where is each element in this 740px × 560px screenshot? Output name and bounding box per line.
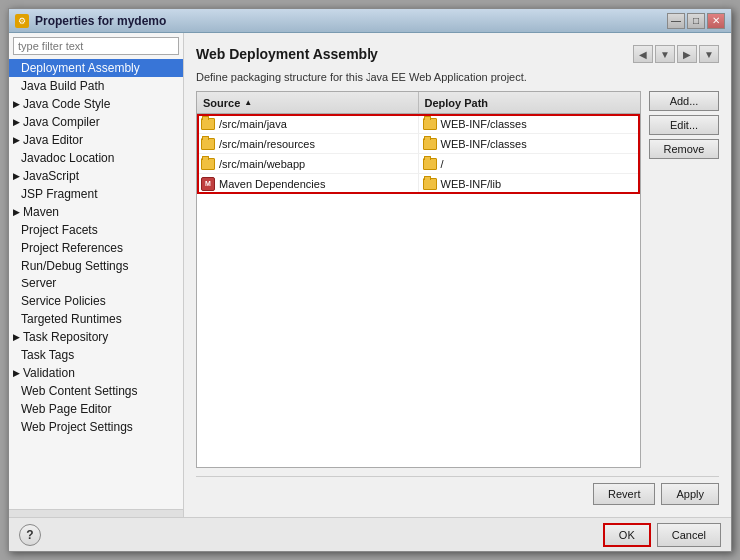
sidebar-item-task-repository[interactable]: ▶Task Repository — [9, 328, 183, 346]
window-controls: — □ ✕ — [667, 13, 725, 29]
close-button[interactable]: ✕ — [707, 13, 725, 29]
edit----button[interactable]: Edit... — [649, 115, 719, 135]
expand-arrow-icon: ▶ — [13, 368, 23, 378]
folder-icon — [201, 118, 215, 130]
table-section: Source ▲ Deploy Path /src/main/javaWEB-I… — [196, 91, 719, 468]
sidebar-item-rundebug-settings[interactable]: Run/Debug Settings — [9, 257, 183, 275]
footer: ? OK Cancel — [9, 517, 731, 551]
folder-icon — [423, 138, 437, 150]
expand-arrow-icon: ▶ — [13, 135, 23, 145]
sidebar-item-project-references[interactable]: Project References — [9, 239, 183, 257]
table-header: Source ▲ Deploy Path — [197, 92, 640, 114]
deploy-cell: / — [419, 154, 641, 173]
folder-icon — [423, 158, 437, 170]
deployment-table: Source ▲ Deploy Path /src/main/javaWEB-I… — [196, 91, 641, 468]
window-icon: ⚙ — [15, 14, 29, 28]
action-buttons: Add...Edit...Remove — [649, 91, 719, 468]
right-panel: Web Deployment Assembly ◀ ▼ ▶ ▼ Define p… — [184, 33, 731, 517]
title-bar: ⚙ Properties for mydemo — □ ✕ — [9, 9, 731, 33]
expand-arrow-icon: ▶ — [13, 171, 23, 181]
sidebar-scrollbar[interactable] — [9, 509, 183, 517]
properties-window: ⚙ Properties for mydemo — □ ✕ Deployment… — [8, 8, 732, 552]
deploy-cell: WEB-INF/classes — [419, 134, 641, 153]
maven-icon: M — [201, 177, 215, 191]
table-row[interactable]: /src/main/resourcesWEB-INF/classes — [197, 134, 640, 154]
sidebar-item-java-editor[interactable]: ▶Java Editor — [9, 131, 183, 149]
remove-button[interactable]: Remove — [649, 139, 719, 159]
nav-forward-button[interactable]: ▶ — [677, 45, 697, 63]
folder-icon — [423, 178, 437, 190]
nav-menu-button[interactable]: ▼ — [699, 45, 719, 63]
panel-title: Web Deployment Assembly — [196, 46, 378, 62]
expand-arrow-icon: ▶ — [13, 207, 23, 217]
table-row[interactable]: MMaven DependenciesWEB-INF/lib — [197, 174, 640, 194]
nav-dropdown-button[interactable]: ▼ — [655, 45, 675, 63]
panel-header: Web Deployment Assembly ◀ ▼ ▶ ▼ — [196, 45, 719, 63]
sidebar-item-web-page-editor[interactable]: Web Page Editor — [9, 400, 183, 418]
sidebar-list: Deployment AssemblyJava Build Path▶Java … — [9, 59, 183, 509]
sidebar-item-java-code-style[interactable]: ▶Java Code Style — [9, 95, 183, 113]
sidebar-item-java-compiler[interactable]: ▶Java Compiler — [9, 113, 183, 131]
source-cell: /src/main/java — [197, 114, 419, 133]
sidebar-item-javadoc-location[interactable]: Javadoc Location — [9, 149, 183, 167]
source-cell: /src/main/resources — [197, 134, 419, 153]
minimize-button[interactable]: — — [667, 13, 685, 29]
sidebar-item-java-build-path[interactable]: Java Build Path — [9, 77, 183, 95]
sidebar-item-web-content-settings[interactable]: Web Content Settings — [9, 382, 183, 400]
bottom-bar: Revert Apply — [196, 476, 719, 505]
sidebar-item-project-facets[interactable]: Project Facets — [9, 221, 183, 239]
sidebar-item-task-tags[interactable]: Task Tags — [9, 346, 183, 364]
sidebar-item-web-project-settings[interactable]: Web Project Settings — [9, 418, 183, 436]
sort-arrow-icon: ▲ — [244, 98, 252, 107]
nav-back-button[interactable]: ◀ — [633, 45, 653, 63]
folder-icon — [423, 118, 437, 130]
sidebar-item-targeted-runtimes[interactable]: Targeted Runtimes — [9, 310, 183, 328]
window-title: Properties for mydemo — [35, 14, 667, 28]
source-column-header[interactable]: Source ▲ — [197, 92, 419, 113]
ok-button[interactable]: OK — [603, 523, 651, 547]
expand-arrow-icon: ▶ — [13, 117, 23, 127]
panel-description: Define packaging structure for this Java… — [196, 71, 719, 83]
deploy-cell: WEB-INF/classes — [419, 114, 641, 133]
panel-nav: ◀ ▼ ▶ ▼ — [633, 45, 719, 63]
source-cell: MMaven Dependencies — [197, 174, 419, 193]
folder-icon — [201, 158, 215, 170]
sidebar-item-service-policies[interactable]: Service Policies — [9, 292, 183, 310]
apply-button[interactable]: Apply — [661, 483, 719, 505]
sidebar-item-javascript[interactable]: ▶JavaScript — [9, 167, 183, 185]
revert-button[interactable]: Revert — [593, 483, 655, 505]
sidebar-item-validation[interactable]: ▶Validation — [9, 364, 183, 382]
expand-arrow-icon: ▶ — [13, 99, 23, 109]
filter-input[interactable] — [13, 37, 179, 55]
table-row[interactable]: /src/main/javaWEB-INF/classes — [197, 114, 640, 134]
main-content: Deployment AssemblyJava Build Path▶Java … — [9, 33, 731, 517]
cancel-button[interactable]: Cancel — [657, 523, 721, 547]
deploy-cell: WEB-INF/lib — [419, 174, 641, 193]
footer-right: OK Cancel — [603, 523, 721, 547]
sidebar-item-maven[interactable]: ▶Maven — [9, 203, 183, 221]
source-cell: /src/main/webapp — [197, 154, 419, 173]
help-button[interactable]: ? — [19, 524, 41, 546]
add----button[interactable]: Add... — [649, 91, 719, 111]
sidebar-item-jsp-fragment[interactable]: JSP Fragment — [9, 185, 183, 203]
table-row[interactable]: /src/main/webapp/ — [197, 154, 640, 174]
sidebar: Deployment AssemblyJava Build Path▶Java … — [9, 33, 184, 517]
sidebar-item-deployment-assembly[interactable]: Deployment Assembly — [9, 59, 183, 77]
expand-arrow-icon: ▶ — [13, 332, 23, 342]
maximize-button[interactable]: □ — [687, 13, 705, 29]
folder-icon — [201, 138, 215, 150]
sidebar-item-server[interactable]: Server — [9, 275, 183, 292]
deploy-path-column-header[interactable]: Deploy Path — [419, 92, 641, 113]
table-body: /src/main/javaWEB-INF/classes/src/main/r… — [197, 114, 640, 467]
